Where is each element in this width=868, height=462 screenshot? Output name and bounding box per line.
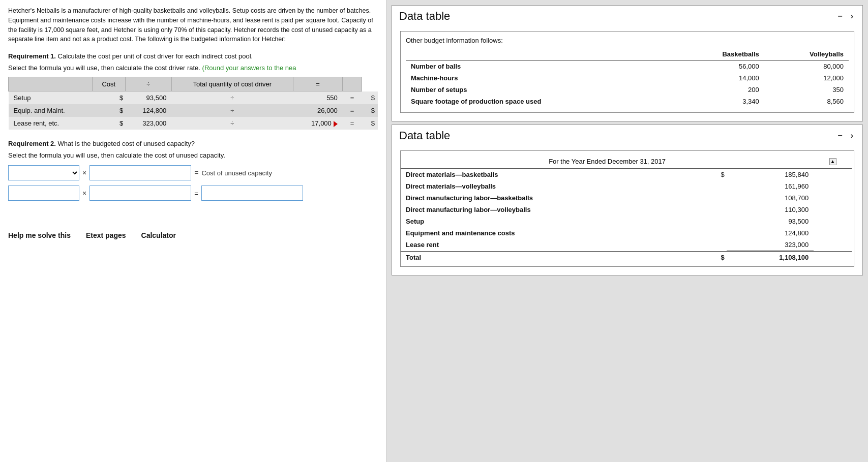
card1-expand-button[interactable]: › [849, 12, 855, 21]
data-card-2: Data table − › For the Year Ended Decemb… [392, 125, 863, 275]
fin-row-empty [814, 239, 852, 251]
data-card-1: Data table − › Other budget information … [392, 5, 863, 121]
fin-period-header: For the Year Ended December 31, 2017 [401, 154, 814, 169]
cost-row-label: Lease rent, etc. [9, 117, 93, 130]
fin-row-amount: 161,960 [727, 180, 814, 192]
budget-col-basketballs: Basketballs [674, 48, 764, 60]
budget-row-label: Number of balls [406, 60, 674, 73]
red-triangle-icon [334, 121, 338, 127]
requirement2-section: Requirement 2. What is the budgeted cost… [8, 140, 378, 201]
scroll-up-button[interactable]: ▲ [829, 158, 836, 165]
fin-row-dollar: $ [703, 251, 727, 263]
fin-table: For the Year Ended December 31, 2017 ▲ D… [401, 154, 852, 263]
col-header-qty: Total quantity of cost driver [171, 77, 293, 91]
cost-row-div: ÷ [171, 117, 293, 130]
budget-row-v: 8,560 [764, 96, 849, 107]
card1-minimize-button[interactable]: − [835, 12, 844, 21]
budget-row-b: 14,000 [674, 72, 764, 84]
budget-table-wrapper: Other budget information follows: Basket… [400, 31, 854, 113]
multiply-operator: × [82, 169, 86, 177]
req2-row2-result[interactable] [201, 186, 303, 201]
fin-row-empty [814, 204, 852, 215]
data-card-1-body: Other budget information follows: Basket… [392, 26, 862, 121]
bottom-links: Help me solve this Etext pages Calculato… [8, 231, 378, 239]
fin-row-label: Equipment and maintenance costs [401, 227, 703, 239]
cost-row-div: ÷ [171, 104, 293, 117]
data-card-2-header: Data table − › [392, 125, 862, 145]
budget-row-v: 80,000 [764, 60, 849, 73]
data-table1-title: Data table [399, 10, 450, 23]
data-table2-title: Data table [399, 129, 450, 142]
cost-row-qty: 26,000 [293, 104, 343, 117]
col-header-empty [9, 77, 93, 91]
req2-row2-input1[interactable] [8, 186, 79, 201]
cost-row-div: ÷ [171, 91, 293, 105]
budget-row-v: 350 [764, 84, 849, 96]
req2-input1[interactable] [89, 165, 191, 180]
fin-row-label: Direct materials—volleyballs [401, 180, 703, 192]
budget-col-volleyballs: Volleyballs [764, 48, 849, 60]
cost-row-result: $ [362, 91, 378, 105]
fin-row-empty [814, 215, 852, 227]
fin-table-scroll[interactable]: For the Year Ended December 31, 2017 ▲ D… [401, 154, 854, 263]
fin-row-amount: 93,500 [727, 215, 814, 227]
cost-row-label: Equip. and Maint. [9, 104, 93, 117]
fin-row-label: Direct manufacturing labor—volleyballs [401, 204, 703, 215]
budget-table: Basketballs Volleyballs Number of balls … [406, 48, 849, 107]
card2-expand-button[interactable]: › [849, 131, 855, 140]
req2-heading: Requirement 2. What is the budgeted cost… [8, 140, 378, 147]
budget-row-b: 200 [674, 84, 764, 96]
req2-instruction: Select the formula you will use, then ca… [8, 151, 378, 159]
right-panel: Data table − › Other budget information … [386, 0, 868, 462]
equals-sign: = [194, 169, 198, 177]
fin-row-empty [814, 169, 852, 181]
card1-controls: − › [835, 12, 855, 21]
budget-row-label: Machine-hours [406, 72, 674, 84]
cost-row-eq: = [343, 117, 362, 130]
cost-row-qty: 550 [293, 91, 343, 105]
fin-row-amount: 108,700 [727, 192, 814, 204]
cost-row-cost: 93,500 [125, 91, 171, 105]
equals-sign2: = [194, 190, 198, 197]
col-header-cost: Cost [92, 77, 125, 91]
cost-row-qty: 17,000 [293, 117, 343, 130]
fin-row-empty [814, 192, 852, 204]
budget-row-b: 56,000 [674, 60, 764, 73]
fin-table-wrapper: For the Year Ended December 31, 2017 ▲ D… [400, 150, 854, 267]
budget-row-label: Square footage of production space used [406, 96, 674, 107]
fin-row-dollar [703, 192, 727, 204]
fin-row-empty [814, 251, 852, 263]
card2-controls: − › [835, 131, 855, 140]
budget-col-empty [406, 48, 674, 60]
card2-minimize-button[interactable]: − [835, 131, 844, 140]
fin-row-dollar: $ [703, 169, 727, 181]
fin-row-label: Direct materials—basketballs [401, 169, 703, 181]
intro-text: Hetcher's Netballs is a manufacturer of … [8, 6, 378, 44]
cost-row-dollar: $ [92, 117, 125, 130]
fin-row-amount: 323,000 [727, 239, 814, 251]
fin-row-label: Setup [401, 215, 703, 227]
data-card-2-body: For the Year Ended December 31, 2017 ▲ D… [392, 145, 862, 275]
cost-driver-table: Cost ÷ Total quantity of cost driver = S… [8, 77, 378, 130]
fin-row-dollar [703, 204, 727, 215]
cost-row-result: $ [362, 117, 378, 130]
cost-row-dollar: $ [92, 104, 125, 117]
fin-row-dollar [703, 239, 727, 251]
fin-row-amount: 124,800 [727, 227, 814, 239]
cost-row-eq: = [343, 104, 362, 117]
req2-formula-row2: × = [8, 186, 378, 201]
help-link[interactable]: Help me solve this [8, 231, 71, 239]
fin-row-amount: 110,300 [727, 204, 814, 215]
etext-link[interactable]: Etext pages [86, 231, 126, 239]
req2-formula-row1: × = Cost of unused capacity [8, 165, 378, 180]
fin-row-dollar [703, 180, 727, 192]
fin-row-empty [814, 180, 852, 192]
fin-row-empty [814, 227, 852, 239]
calculator-link[interactable]: Calculator [141, 231, 176, 239]
budget-subtitle: Other budget information follows: [406, 37, 849, 44]
left-panel: Hetcher's Netballs is a manufacturer of … [0, 0, 386, 462]
fin-row-amount: 185,840 [727, 169, 814, 181]
req2-row2-input2[interactable] [89, 186, 191, 201]
cost-row-dollar: $ [92, 91, 125, 105]
formula-select[interactable] [8, 165, 79, 180]
